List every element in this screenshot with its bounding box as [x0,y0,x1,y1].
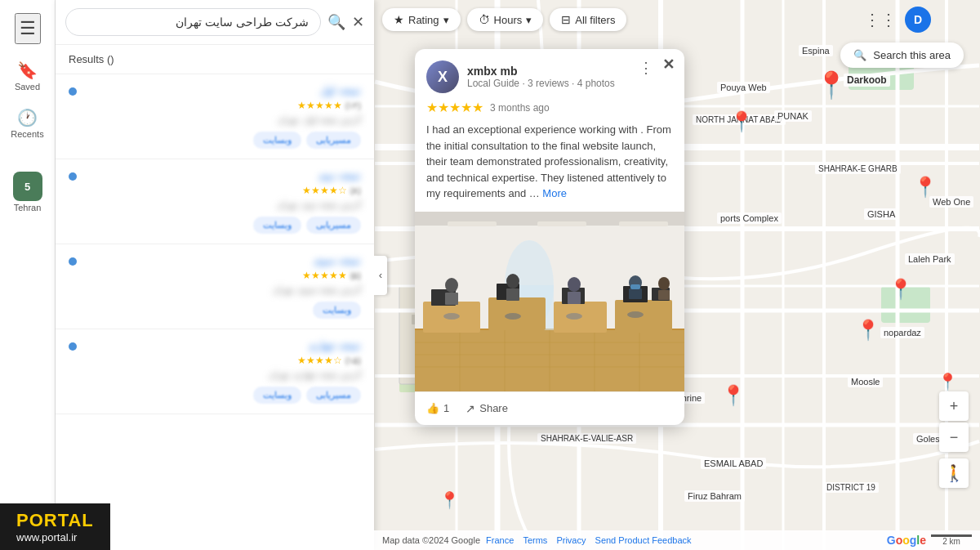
svg-rect-49 [445,293,458,305]
search-icon: 🔍 [327,14,345,30]
person-icon: 🚶 [944,463,964,483]
share-button[interactable]: ↗ Share [466,402,508,415]
website-button[interactable]: وبسایت [253,387,301,404]
like-count: 1 [443,402,449,414]
website-button[interactable]: وبسایت [313,302,361,319]
map-pin-4[interactable]: 📍 [856,319,880,342]
website-button[interactable]: وبسایت [253,132,301,149]
all-filters-label: All filters [575,14,615,26]
result-name: نتیجه سوم [314,254,361,266]
svg-point-50 [506,274,519,288]
directions-button[interactable]: مسیریابی [306,132,361,149]
svg-point-61 [566,313,582,320]
review-card-header: X xmbx mb Local Guide · 3 reviews · 4 ph… [415,49,684,100]
website-button[interactable]: وبسایت [253,217,301,234]
review-photo [415,212,684,391]
review-time: 3 months ago [490,102,550,114]
search-this-area-button[interactable]: 🔍 Search this area [840,42,964,68]
map-pin-9[interactable]: 📍 [729,110,754,133]
pin-icon: 📍 [721,384,746,406]
reviewer-avatar: X [426,60,459,93]
location-dot [69,172,77,181]
hours-filter-button[interactable]: ⏱ Hours ▾ [467,8,544,31]
search-close-button[interactable]: ✕ [352,13,364,31]
collapse-panel-button[interactable]: ‹ [374,256,387,295]
map-pin-7[interactable]: 📍 [439,490,460,510]
pin-icon: 📍 [856,319,880,341]
filter-icon: ⊟ [561,13,571,26]
map-pin-5[interactable]: 📍 [721,384,746,407]
street-view-button[interactable]: 🚶 [939,458,969,488]
svg-point-60 [505,313,521,320]
reviewer-meta: Local Guide · 3 reviews · 4 photos [467,78,673,89]
feedback-link[interactable]: Send Product Feedback [595,535,692,545]
list-item[interactable]: نتیجه سوم ★★★★★ (۵) آدرس نتیجه سوم، تهرا… [56,244,374,329]
svg-point-52 [568,277,581,292]
review-card: X xmbx mb Local Guide · 3 reviews · 4 ph… [415,49,684,425]
svg-rect-51 [506,288,519,301]
map-controls: + − [939,391,969,452]
list-item[interactable]: نتیجه چهارم ★★★★☆ (۱۵) آدرس نتیجه چهارم،… [56,329,374,414]
chevron-left-icon: ‹ [379,269,382,281]
france-link[interactable]: France [486,535,514,545]
clock-icon: 🕐 [17,108,38,127]
sidebar-item-saved[interactable]: 🔖 Saved [15,60,40,92]
svg-rect-56 [630,284,640,289]
search-button[interactable]: 🔍 [327,13,345,31]
map-data-label: Map data ©2024 Google France Terms Priva… [382,535,695,545]
portal-url: www.portal.ir [16,531,94,543]
city-label: Tehran [14,203,42,212]
more-options-button[interactable]: ⋮ [639,59,653,77]
list-item[interactable]: نتیجه اول ★★★★★ (۱۲) آدرس نتیجه اول، تهر… [56,74,374,159]
map-pin-8[interactable]: 📍 [938,372,958,391]
stars: ★★★★☆ [302,185,347,196]
result-desc: آدرس نتیجه دوم، تهران [69,199,361,210]
filters-bar: ★ Rating ▾ ⏱ Hours ▾ ⊟ All filters [382,8,626,31]
pin-icon: 📍 [913,176,938,198]
hours-label: Hours [494,14,523,26]
grid-icon: ⋮⋮ [864,11,897,29]
all-filters-button[interactable]: ⊟ All filters [550,8,626,31]
privacy-link[interactable]: Privacy [556,535,586,545]
close-review-button[interactable]: ✕ [662,56,675,74]
svg-point-57 [658,277,670,290]
map-pin-2[interactable]: 📍 [913,176,938,199]
review-stars: ★★★★★ [426,100,483,115]
share-icon: ↗ [466,402,475,415]
zoom-in-button[interactable]: + [939,391,969,421]
more-vert-icon: ⋮ [639,60,653,76]
sidebar-item-recents[interactable]: 🕐 Recents [11,108,43,139]
search-area-label: Search this area [873,49,951,61]
directions-button[interactable]: مسیریابی [306,217,361,234]
terms-link[interactable]: Terms [523,535,547,545]
location-dot [69,342,77,351]
clock-icon: ⏱ [479,13,490,26]
city-badge: 5 [13,172,42,201]
menu-button[interactable]: ☰ [15,13,41,44]
map-area: ✈ Espina Pouya Web Darkoob Mellat Park N… [374,0,980,550]
list-item[interactable]: نتیجه دوم ★★★★☆ (۸) آدرس نتیجه دوم، تهرا… [56,159,374,244]
apps-button[interactable]: ⋮⋮ [864,10,897,29]
sidebar-item-city[interactable]: 5 Tehran [13,172,42,212]
rating-count: (۸) [350,186,361,196]
location-dot [69,257,77,266]
review-more-link[interactable]: More [542,187,567,199]
svg-rect-27 [619,221,668,226]
rating-filter-button[interactable]: ★ Rating ▾ [382,8,461,31]
svg-point-62 [627,311,644,318]
directions-button[interactable]: مسیریابی [306,387,361,404]
map-pin-6[interactable]: 📍 [889,278,913,301]
svg-rect-55 [629,288,642,299]
share-label: Share [479,402,508,414]
rating-count: (۵) [350,271,361,281]
portal-text: PORTAL [16,510,94,531]
search-input[interactable] [65,8,321,36]
like-button[interactable]: 👍 1 [426,402,449,414]
scale-text: 2 km [942,537,960,546]
map-pin-1[interactable]: 📍 [815,69,848,101]
location-dot [69,87,77,96]
stars: ★★★★☆ [297,355,342,366]
user-avatar[interactable]: D [905,7,931,33]
zoom-out-button[interactable]: − [939,423,969,452]
office-scene [415,212,684,391]
